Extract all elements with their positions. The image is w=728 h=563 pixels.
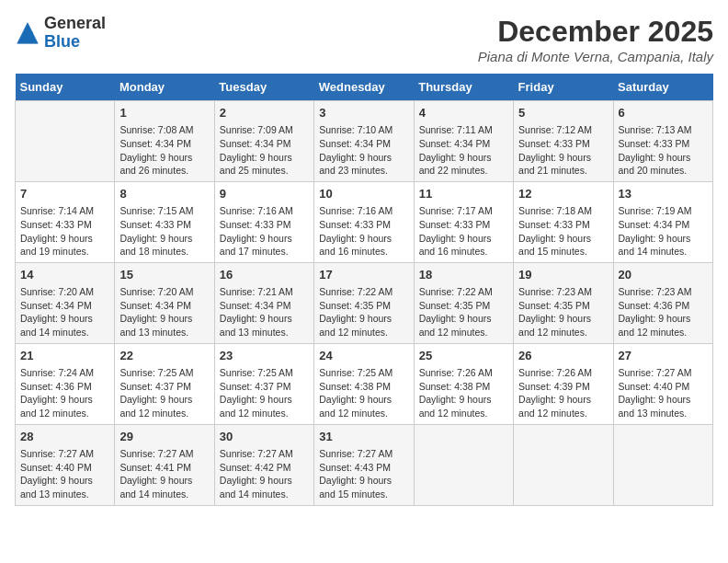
day-info: Sunrise: 7:23 AMSunset: 4:36 PMDaylight:… [619,285,708,339]
day-number: 8 [119,186,209,202]
calendar-cell: 5Sunrise: 7:12 AMSunset: 4:33 PMDaylight… [514,101,613,182]
title-area: December 2025 Piana di Monte Verna, Camp… [478,15,713,64]
day-number: 14 [20,267,109,283]
day-info: Sunrise: 7:21 AMSunset: 4:34 PMDaylight:… [220,285,309,339]
calendar-cell: 8Sunrise: 7:15 AMSunset: 4:33 PMDaylight… [115,181,214,262]
month-title: December 2025 [478,15,713,49]
day-info: Sunrise: 7:25 AMSunset: 4:37 PMDaylight:… [119,366,209,420]
calendar-cell: 19Sunrise: 7:23 AMSunset: 4:35 PMDayligh… [514,262,613,343]
calendar-cell [414,424,513,505]
day-number: 29 [119,429,209,445]
calendar-cell: 30Sunrise: 7:27 AMSunset: 4:42 PMDayligh… [214,424,313,505]
day-number: 20 [619,267,708,283]
day-info: Sunrise: 7:10 AMSunset: 4:34 PMDaylight:… [319,123,408,178]
calendar-week-3: 14Sunrise: 7:20 AMSunset: 4:34 PMDayligh… [16,262,713,343]
calendar-cell: 2Sunrise: 7:09 AMSunset: 4:34 PMDaylight… [214,101,313,182]
day-number: 4 [419,105,508,121]
svg-rect-2 [27,31,33,37]
calendar-cell: 9Sunrise: 7:16 AMSunset: 4:33 PMDaylight… [214,181,313,262]
day-number: 24 [319,348,408,364]
header-monday: Monday [115,74,214,101]
calendar-header-row: SundayMondayTuesdayWednesdayThursdayFrid… [16,74,713,101]
calendar-cell: 10Sunrise: 7:16 AMSunset: 4:33 PMDayligh… [314,181,414,262]
calendar-cell: 18Sunrise: 7:22 AMSunset: 4:35 PMDayligh… [414,262,513,343]
calendar-cell: 4Sunrise: 7:11 AMSunset: 4:34 PMDaylight… [414,101,513,182]
header-friday: Friday [514,74,613,101]
day-number: 3 [319,105,408,121]
day-info: Sunrise: 7:16 AMSunset: 4:33 PMDaylight:… [220,204,309,259]
day-info: Sunrise: 7:24 AMSunset: 4:36 PMDaylight:… [20,366,109,420]
logo-general: General [44,14,106,32]
day-info: Sunrise: 7:14 AMSunset: 4:33 PMDaylight:… [20,204,109,259]
day-info: Sunrise: 7:17 AMSunset: 4:33 PMDaylight:… [419,204,508,259]
calendar-cell: 14Sunrise: 7:20 AMSunset: 4:34 PMDayligh… [16,262,115,343]
header-thursday: Thursday [414,74,513,101]
calendar-cell: 6Sunrise: 7:13 AMSunset: 4:33 PMDaylight… [613,101,712,182]
day-number: 21 [20,348,109,364]
header-tuesday: Tuesday [214,74,313,101]
day-info: Sunrise: 7:16 AMSunset: 4:33 PMDaylight:… [319,204,408,259]
calendar-cell: 11Sunrise: 7:17 AMSunset: 4:33 PMDayligh… [414,181,513,262]
calendar-cell: 26Sunrise: 7:26 AMSunset: 4:39 PMDayligh… [514,343,613,424]
day-info: Sunrise: 7:19 AMSunset: 4:34 PMDaylight:… [619,204,708,259]
day-info: Sunrise: 7:11 AMSunset: 4:34 PMDaylight:… [419,123,508,178]
day-number: 10 [319,186,408,202]
day-number: 27 [619,348,708,364]
day-number: 31 [319,429,408,445]
logo-text: General Blue [44,15,106,52]
calendar-table: SundayMondayTuesdayWednesdayThursdayFrid… [15,74,713,506]
calendar-cell: 23Sunrise: 7:25 AMSunset: 4:37 PMDayligh… [214,343,313,424]
day-number: 26 [518,348,608,364]
day-number: 23 [220,348,309,364]
day-info: Sunrise: 7:27 AMSunset: 4:41 PMDaylight:… [119,447,209,501]
day-info: Sunrise: 7:08 AMSunset: 4:34 PMDaylight:… [119,123,209,178]
day-info: Sunrise: 7:20 AMSunset: 4:34 PMDaylight:… [119,285,209,339]
location: Piana di Monte Verna, Campania, Italy [478,49,713,64]
header-wednesday: Wednesday [314,74,414,101]
calendar-cell: 16Sunrise: 7:21 AMSunset: 4:34 PMDayligh… [214,262,313,343]
day-info: Sunrise: 7:22 AMSunset: 4:35 PMDaylight:… [419,285,508,339]
day-info: Sunrise: 7:23 AMSunset: 4:35 PMDaylight:… [518,285,608,339]
day-info: Sunrise: 7:15 AMSunset: 4:33 PMDaylight:… [119,204,209,259]
calendar-cell: 29Sunrise: 7:27 AMSunset: 4:41 PMDayligh… [115,424,214,505]
calendar-cell: 3Sunrise: 7:10 AMSunset: 4:34 PMDaylight… [314,101,414,182]
calendar-cell: 7Sunrise: 7:14 AMSunset: 4:33 PMDaylight… [16,181,115,262]
day-number: 30 [220,429,309,445]
calendar-cell: 22Sunrise: 7:25 AMSunset: 4:37 PMDayligh… [115,343,214,424]
calendar-cell: 28Sunrise: 7:27 AMSunset: 4:40 PMDayligh… [16,424,115,505]
day-info: Sunrise: 7:27 AMSunset: 4:43 PMDaylight:… [319,447,408,501]
calendar-cell: 15Sunrise: 7:20 AMSunset: 4:34 PMDayligh… [115,262,214,343]
day-number: 17 [319,267,408,283]
day-number: 6 [619,105,708,121]
logo: General Blue [15,15,106,52]
day-number: 11 [419,186,508,202]
calendar-cell: 20Sunrise: 7:23 AMSunset: 4:36 PMDayligh… [613,262,712,343]
calendar-cell [613,424,712,505]
day-info: Sunrise: 7:27 AMSunset: 4:42 PMDaylight:… [220,447,309,501]
day-number: 18 [419,267,508,283]
calendar-cell [514,424,613,505]
calendar-cell: 24Sunrise: 7:25 AMSunset: 4:38 PMDayligh… [314,343,414,424]
day-number: 1 [119,105,209,121]
header-saturday: Saturday [613,74,712,101]
calendar-cell: 27Sunrise: 7:27 AMSunset: 4:40 PMDayligh… [613,343,712,424]
calendar-cell: 31Sunrise: 7:27 AMSunset: 4:43 PMDayligh… [314,424,414,505]
calendar-cell: 13Sunrise: 7:19 AMSunset: 4:34 PMDayligh… [613,181,712,262]
day-info: Sunrise: 7:12 AMSunset: 4:33 PMDaylight:… [518,123,608,178]
calendar-week-4: 21Sunrise: 7:24 AMSunset: 4:36 PMDayligh… [16,343,713,424]
calendar-cell: 1Sunrise: 7:08 AMSunset: 4:34 PMDaylight… [115,101,214,182]
day-info: Sunrise: 7:27 AMSunset: 4:40 PMDaylight:… [619,366,708,420]
day-number: 15 [119,267,209,283]
day-info: Sunrise: 7:18 AMSunset: 4:33 PMDaylight:… [518,204,608,259]
day-number: 5 [518,105,608,121]
day-info: Sunrise: 7:09 AMSunset: 4:34 PMDaylight:… [220,123,309,178]
header-sunday: Sunday [16,74,115,101]
day-info: Sunrise: 7:25 AMSunset: 4:37 PMDaylight:… [220,366,309,420]
day-number: 7 [20,186,109,202]
calendar-week-1: 1Sunrise: 7:08 AMSunset: 4:34 PMDaylight… [16,101,713,182]
day-info: Sunrise: 7:25 AMSunset: 4:38 PMDaylight:… [319,366,408,420]
day-number: 13 [619,186,708,202]
calendar-cell: 21Sunrise: 7:24 AMSunset: 4:36 PMDayligh… [16,343,115,424]
day-info: Sunrise: 7:27 AMSunset: 4:40 PMDaylight:… [20,447,109,501]
day-number: 28 [20,429,109,445]
